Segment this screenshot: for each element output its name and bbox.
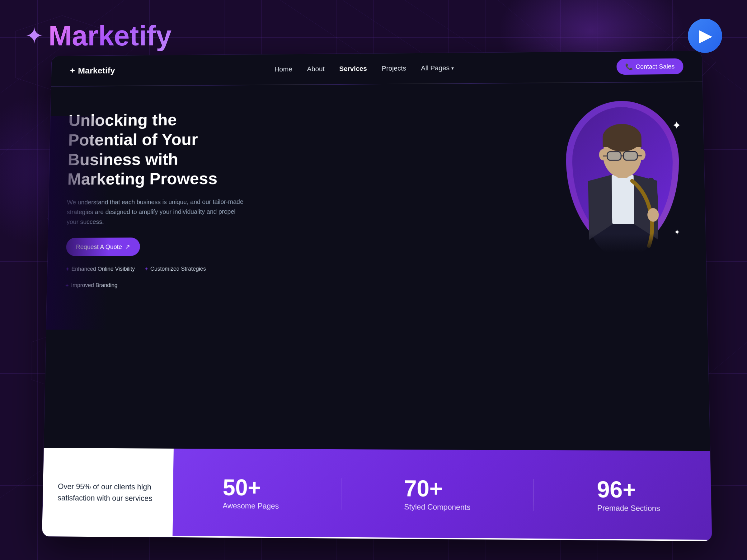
contact-sales-button[interactable]: 📞 Contact Sales: [617, 58, 684, 75]
nav-link-projects[interactable]: Projects: [382, 64, 406, 73]
outer-logo: ✦ Marketify: [25, 20, 172, 52]
nav-logo[interactable]: ✦ Marketify: [70, 66, 115, 76]
person-illustration: [559, 101, 687, 252]
stats-right-panel: 50+ Awesome Pages 70+ Styled Components …: [173, 449, 712, 541]
stat-label-1: Styled Components: [404, 502, 470, 512]
nav-logo-star-icon: ✦: [70, 67, 75, 75]
navbar: ✦ Marketify Home About Services Projects…: [51, 51, 702, 86]
hero-content: Unlocking the Potential of Your Business…: [66, 103, 245, 289]
framer-icon-symbol: ▶: [699, 26, 711, 45]
framer-icon-button[interactable]: ▶: [688, 19, 722, 53]
stat-number-1: 70+: [404, 477, 470, 500]
nav-all-pages-label: All Pages: [421, 64, 449, 72]
outer-top-bar: ✦ Marketify ▶: [0, 19, 747, 53]
stats-left-text: Over 95% of our clients high satisfactio…: [58, 481, 158, 504]
contact-sales-label: Contact Sales: [636, 63, 674, 70]
stats-left-panel: Over 95% of our clients high satisfactio…: [42, 448, 174, 537]
nav-link-home[interactable]: Home: [275, 65, 292, 74]
stat-item-1: 70+ Styled Components: [404, 477, 470, 512]
hero-feature-1: + Customized Strategies: [145, 266, 206, 272]
outer-logo-star-icon: ✦: [25, 25, 44, 47]
stat-item-2: 96+ Premade Sections: [597, 478, 660, 513]
nav-link-about[interactable]: About: [307, 65, 325, 73]
hero-features: + Enhanced Online Visibility + Customize…: [66, 266, 243, 289]
hero-image-area: ✦ ✦: [553, 101, 687, 256]
svg-rect-28: [608, 152, 621, 160]
nav-link-services[interactable]: Services: [339, 65, 367, 73]
svg-rect-29: [624, 152, 637, 160]
hero-feature-0: + Enhanced Online Visibility: [66, 266, 135, 272]
phone-icon: 📞: [625, 63, 633, 71]
browser-card: ✦ Marketify Home About Services Projects…: [42, 51, 712, 541]
stat-label-0: Awesome Pages: [223, 501, 279, 510]
nav-logo-text: Marketify: [78, 66, 115, 76]
hero-title: Unlocking the Potential of Your Business…: [67, 109, 244, 189]
sparkle-bottom-icon: ✦: [674, 228, 680, 236]
nav-links: Home About Services Projects All Pages ▾: [275, 64, 454, 74]
hero-feature-2: + Improved Branding: [66, 282, 118, 289]
svg-rect-31: [561, 233, 687, 252]
feature-plus-icon-0: +: [66, 266, 69, 272]
chevron-down-icon: ▾: [451, 65, 454, 71]
feature-label-2: Improved Branding: [71, 282, 118, 289]
svg-rect-20: [602, 137, 642, 147]
feature-label-1: Customized Strategies: [150, 266, 206, 272]
stat-number-2: 96+: [597, 478, 660, 501]
hero-section: Unlocking the Potential of Your Business…: [47, 82, 706, 289]
stats-banner: Over 95% of our clients high satisfactio…: [42, 448, 712, 541]
arrow-icon: ↗: [125, 243, 130, 250]
nav-all-pages-dropdown[interactable]: All Pages ▾: [421, 64, 454, 72]
feature-plus-icon-2: +: [66, 282, 69, 289]
stat-number-0: 50+: [223, 476, 279, 499]
stat-label-2: Premade Sections: [597, 504, 660, 513]
feature-label-0: Enhanced Online Visibility: [71, 266, 135, 272]
stat-divider-0: [341, 478, 341, 510]
request-quote-label: Request A Quote: [76, 243, 122, 250]
outer-logo-text: Marketify: [49, 20, 172, 52]
stat-item-0: 50+ Awesome Pages: [223, 476, 279, 510]
hero-subtitle: We understand that each business is uniq…: [67, 197, 244, 227]
sparkle-right-icon: ✦: [672, 119, 681, 132]
stat-divider-1: [533, 479, 534, 511]
feature-plus-icon-1: +: [145, 266, 148, 272]
request-quote-button[interactable]: Request A Quote ↗: [66, 238, 140, 256]
